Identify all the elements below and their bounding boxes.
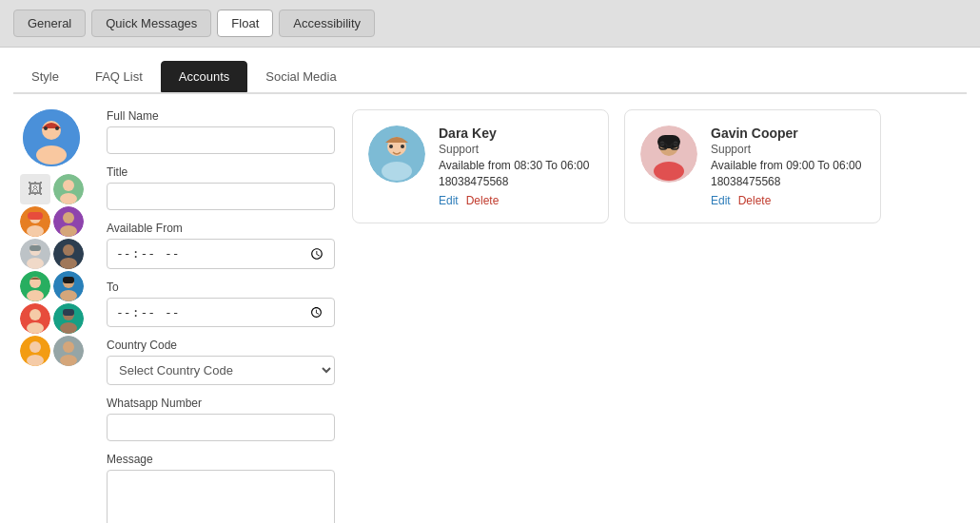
country-code-label: Country Code xyxy=(107,339,335,352)
card-actions-1: Edit Delete xyxy=(711,194,865,207)
country-code-group: Country Code Select Country Code +1 Unit… xyxy=(107,339,335,385)
svg-point-53 xyxy=(654,162,684,181)
whatsapp-group: Whatsapp Number xyxy=(107,397,335,441)
svg-rect-19 xyxy=(29,245,41,251)
message-textarea[interactable] xyxy=(107,470,335,523)
card-edit-0[interactable]: Edit xyxy=(439,194,459,207)
main-content: Style FAQ List Accounts Social Media 🖼 xyxy=(0,48,980,523)
available-from-input[interactable] xyxy=(107,239,335,269)
top-tab-bar: General Quick Messages Float Accessibili… xyxy=(0,0,980,48)
message-group: Message xyxy=(107,453,335,523)
svg-point-41 xyxy=(63,341,74,353)
tab-general[interactable]: General xyxy=(13,10,86,37)
svg-point-18 xyxy=(27,258,44,269)
svg-point-15 xyxy=(60,225,77,237)
svg-point-42 xyxy=(60,355,77,366)
card-avatar-1 xyxy=(640,126,697,183)
accounts-cards: Dara Key Support Available from 08:30 To… xyxy=(352,109,967,223)
card-info-0: Dara Key Support Available from 08:30 To… xyxy=(439,126,593,207)
avatar-small-3[interactable] xyxy=(53,206,84,237)
svg-point-45 xyxy=(389,145,393,148)
message-label: Message xyxy=(107,453,335,466)
card-avatar-0 xyxy=(368,126,425,183)
card-name-0: Dara Key xyxy=(439,126,593,141)
card-actions-0: Edit Delete xyxy=(439,194,593,207)
svg-point-38 xyxy=(29,341,41,353)
svg-point-22 xyxy=(60,258,77,269)
to-label: To xyxy=(107,281,335,294)
svg-point-39 xyxy=(27,355,44,366)
avatar-row-6 xyxy=(20,336,84,366)
svg-point-25 xyxy=(27,290,44,301)
avatar-small-4[interactable] xyxy=(20,239,50,269)
available-from-label: Available From xyxy=(107,222,335,235)
title-input[interactable] xyxy=(107,183,335,210)
avatar-small-1[interactable] xyxy=(53,174,84,204)
avatar-row-1: 🖼 xyxy=(20,174,84,204)
svg-point-28 xyxy=(60,290,77,301)
svg-point-6 xyxy=(63,180,74,191)
avatar-small-9[interactable] xyxy=(53,303,84,334)
svg-point-47 xyxy=(382,162,412,181)
tab-quick-messages[interactable]: Quick Messages xyxy=(91,10,211,37)
tab-accessibility[interactable]: Accessibility xyxy=(279,10,375,37)
svg-point-4 xyxy=(55,126,59,130)
card-edit-1[interactable]: Edit xyxy=(711,194,731,207)
card-phone-0: 18038475568 xyxy=(439,175,593,188)
avatar-small-7[interactable] xyxy=(53,271,84,301)
card-info-1: Gavin Cooper Support Available from 09:0… xyxy=(711,126,865,207)
avatar-row-2 xyxy=(20,206,84,237)
to-group: To xyxy=(107,281,335,328)
title-label: Title xyxy=(107,165,335,179)
svg-point-7 xyxy=(60,193,77,204)
card-availability-1: Available from 09:00 To 06:00 xyxy=(711,159,865,172)
svg-point-3 xyxy=(44,126,48,130)
content-area: 🖼 xyxy=(13,109,967,523)
avatar-small-8[interactable] xyxy=(20,303,50,334)
gallery-icon: 🖼 xyxy=(20,174,50,204)
avatar-row-5 xyxy=(20,303,84,334)
full-name-label: Full Name xyxy=(107,109,335,123)
full-name-input[interactable] xyxy=(107,126,335,154)
avatar-small-5[interactable] xyxy=(53,239,84,269)
svg-rect-36 xyxy=(63,309,74,316)
tab-float[interactable]: Float xyxy=(217,10,273,37)
avatar-small-11[interactable] xyxy=(53,336,84,366)
card-delete-1[interactable]: Delete xyxy=(738,194,772,207)
avatar-small-6[interactable] xyxy=(20,271,50,301)
svg-point-14 xyxy=(63,212,74,223)
available-from-group: Available From xyxy=(107,222,335,269)
avatar-row-3 xyxy=(20,239,84,269)
avatar-sidebar: 🖼 xyxy=(13,109,89,366)
card-name-1: Gavin Cooper xyxy=(711,126,865,141)
tab-accounts[interactable]: Accounts xyxy=(161,61,247,92)
account-form: Full Name Title Available From To Countr… xyxy=(107,109,335,523)
card-phone-1: 18038475568 xyxy=(711,175,865,188)
card-delete-0[interactable]: Delete xyxy=(466,194,500,207)
svg-point-2 xyxy=(36,145,67,165)
to-input[interactable] xyxy=(107,298,335,328)
svg-point-35 xyxy=(60,322,77,334)
tab-style[interactable]: Style xyxy=(13,61,77,92)
whatsapp-input[interactable] xyxy=(107,414,335,441)
svg-rect-12 xyxy=(28,212,43,220)
account-card-1: Gavin Cooper Support Available from 09:0… xyxy=(624,109,881,223)
full-name-group: Full Name xyxy=(107,109,335,154)
card-role-1: Support xyxy=(711,143,865,156)
main-avatar xyxy=(23,109,80,166)
svg-point-31 xyxy=(29,309,41,320)
tab-faq-list[interactable]: FAQ List xyxy=(77,61,161,92)
country-code-select[interactable]: Select Country Code +1 United States +44… xyxy=(107,356,335,385)
account-card-0: Dara Key Support Available from 08:30 To… xyxy=(352,109,609,223)
avatar-small-2[interactable] xyxy=(20,206,50,237)
svg-point-32 xyxy=(27,322,44,334)
avatar-row-4 xyxy=(20,271,84,301)
svg-point-46 xyxy=(401,145,404,148)
title-group: Title xyxy=(107,165,335,210)
svg-rect-29 xyxy=(63,277,74,283)
svg-point-21 xyxy=(63,244,74,256)
tab-social-media[interactable]: Social Media xyxy=(247,61,354,92)
avatar-small-10[interactable] xyxy=(20,336,50,366)
sub-tab-bar: Style FAQ List Accounts Social Media xyxy=(13,61,967,94)
card-availability-0: Available from 08:30 To 06:00 xyxy=(439,159,593,172)
